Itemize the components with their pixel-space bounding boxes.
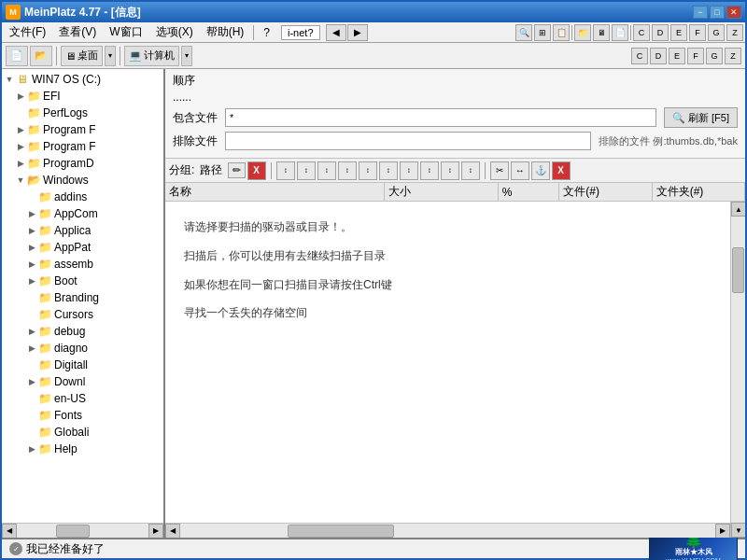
col-name[interactable]: 名称 bbox=[165, 183, 385, 201]
drive-g[interactable]: G bbox=[706, 48, 723, 64]
tree-item-digitall[interactable]: 📁 Digitall bbox=[4, 357, 162, 373]
tool-icon-8[interactable]: D bbox=[652, 24, 669, 41]
drive-d[interactable]: D bbox=[650, 48, 667, 64]
inet-input[interactable]: i-net? bbox=[281, 25, 320, 40]
right-scroll-track[interactable] bbox=[180, 524, 715, 539]
scan-icon-6[interactable]: ↕ bbox=[379, 161, 398, 180]
col-files[interactable]: 文件(#) bbox=[559, 183, 652, 201]
win-label: Windows bbox=[43, 174, 89, 187]
tool-icon-3[interactable]: 📋 bbox=[553, 24, 570, 41]
tree-item-applica[interactable]: ▶ 📁 Applica bbox=[4, 222, 162, 239]
menu-file[interactable]: 文件(F) bbox=[4, 22, 51, 42]
col-pct[interactable]: % bbox=[499, 183, 559, 201]
right-scroll-left[interactable]: ◀ bbox=[165, 524, 180, 539]
diagno-arrow: ▶ bbox=[26, 343, 37, 353]
desktop-btn[interactable]: 🖥 桌面 bbox=[61, 46, 103, 66]
tree-scroll-track[interactable] bbox=[17, 524, 148, 539]
computer-dropdown[interactable]: ▾ bbox=[181, 46, 192, 66]
scan-icon-x2[interactable]: X bbox=[552, 161, 571, 180]
menu-help[interactable]: 帮助(H) bbox=[201, 22, 250, 42]
tree-scroll-thumb[interactable] bbox=[56, 525, 89, 538]
tree-item-addins[interactable]: 📁 addins bbox=[4, 189, 162, 205]
tree-item-help[interactable]: ▶ 📁 Help bbox=[4, 441, 162, 457]
tool-icon-1[interactable]: 🔍 bbox=[515, 24, 532, 41]
tree-item-windows[interactable]: ▼ 📂 Windows bbox=[4, 172, 162, 189]
menu-view[interactable]: 查看(V) bbox=[53, 22, 102, 42]
tool-icon-6[interactable]: 📄 bbox=[612, 24, 628, 41]
tree-item-globali[interactable]: 📁 Globali bbox=[4, 424, 162, 441]
scan-icon-4[interactable]: ↕ bbox=[338, 161, 357, 180]
tree-item-perflogs[interactable]: 📁 PerfLogs bbox=[4, 105, 162, 121]
drive-e[interactable]: E bbox=[669, 48, 685, 64]
scan-icon-3[interactable]: ↕ bbox=[317, 161, 336, 180]
menu-window[interactable]: W窗口 bbox=[104, 22, 148, 42]
tree-item-programf1[interactable]: ▶ 📁 Program F bbox=[4, 121, 162, 138]
tool-icon-7[interactable]: C bbox=[633, 24, 650, 41]
tree-item-boot[interactable]: ▶ 📁 Boot bbox=[4, 273, 162, 289]
back-button[interactable]: ◀ bbox=[326, 24, 346, 41]
tool-icon-2[interactable]: ⊞ bbox=[534, 24, 551, 41]
desktop-dropdown[interactable]: ▾ bbox=[105, 46, 116, 66]
tree-item-diagno[interactable]: ▶ 📁 diagno bbox=[4, 340, 162, 357]
drive-z[interactable]: Z bbox=[725, 48, 741, 64]
tree-scroll-left[interactable]: ◀ bbox=[2, 524, 17, 539]
path-edit-btn[interactable]: ✏ bbox=[228, 162, 246, 178]
right-scroll-right[interactable]: ▶ bbox=[715, 524, 730, 539]
scan-icon-7[interactable]: ↕ bbox=[400, 161, 418, 180]
right-v-thumb[interactable] bbox=[732, 247, 744, 293]
tree-item-debug[interactable]: ▶ 📁 debug bbox=[4, 323, 162, 340]
drive-c[interactable]: C bbox=[631, 48, 648, 64]
tool-icon-10[interactable]: F bbox=[689, 24, 706, 41]
scan-icon-10[interactable]: ↕ bbox=[461, 161, 480, 180]
scan-icon-anchor[interactable]: ⚓ bbox=[531, 161, 550, 180]
scan-icon-5[interactable]: ↕ bbox=[359, 161, 377, 180]
new-btn[interactable]: 📄 bbox=[6, 46, 28, 66]
tree-item-enus[interactable]: 📁 en-US bbox=[4, 390, 162, 407]
maximize-button[interactable]: □ bbox=[710, 6, 725, 19]
tree-item-downl[interactable]: ▶ 📁 Downl bbox=[4, 373, 162, 390]
tree-item-efi[interactable]: ▶ 📁 EFI bbox=[4, 88, 162, 105]
menu-question[interactable]: ? bbox=[258, 24, 275, 41]
right-scroll-up[interactable]: ▲ bbox=[731, 202, 745, 217]
close-button[interactable]: ✕ bbox=[726, 6, 741, 19]
col-folders[interactable]: 文件夹(#) bbox=[653, 183, 745, 201]
tool-icon-11[interactable]: G bbox=[708, 24, 725, 41]
tree-item-assemb[interactable]: ▶ 📁 assemb bbox=[4, 256, 162, 273]
scan-icon-1[interactable]: ↕ bbox=[276, 161, 295, 180]
tree-h-scrollbar[interactable]: ◀ ▶ bbox=[2, 523, 163, 538]
scan-icon-cut[interactable]: ✂ bbox=[490, 161, 509, 180]
menu-options[interactable]: 选项(X) bbox=[150, 22, 199, 42]
computer-btn[interactable]: 💻 计算机 bbox=[124, 46, 179, 66]
tree-item-fonts[interactable]: 📁 Fonts bbox=[4, 407, 162, 424]
include-input[interactable] bbox=[225, 108, 656, 127]
right-v-track[interactable] bbox=[731, 217, 745, 523]
right-h-scrollbar[interactable]: ◀ ▶ bbox=[165, 523, 730, 538]
scan-icon-2[interactable]: ↕ bbox=[297, 161, 316, 180]
scan-icon-8[interactable]: ↕ bbox=[420, 161, 439, 180]
tool-icon-4[interactable]: 📁 bbox=[574, 24, 591, 41]
tree-item-cursors[interactable]: 📁 Cursors bbox=[4, 306, 162, 323]
tree-item-appcom[interactable]: ▶ 📁 AppCom bbox=[4, 205, 162, 222]
tool-icon-12[interactable]: Z bbox=[726, 24, 743, 41]
tree-item-programf2[interactable]: ▶ 📁 Program F bbox=[4, 138, 162, 155]
tool-icon-9[interactable]: E bbox=[670, 24, 687, 41]
forward-button[interactable]: ▶ bbox=[347, 24, 368, 41]
tree-item-apppat[interactable]: ▶ 📁 AppPat bbox=[4, 239, 162, 256]
scan-icon-link[interactable]: ↔ bbox=[511, 161, 529, 180]
tree-item-programd[interactable]: ▶ 📁 ProgramD bbox=[4, 155, 162, 172]
open-btn[interactable]: 📂 bbox=[30, 46, 52, 66]
col-size[interactable]: 大小 bbox=[385, 183, 499, 201]
exclude-input[interactable] bbox=[225, 132, 591, 150]
cancel-btn[interactable]: X bbox=[247, 161, 266, 180]
right-scroll-down[interactable]: ▼ bbox=[731, 523, 745, 538]
right-scroll-thumb[interactable] bbox=[288, 525, 395, 538]
tree-item-branding[interactable]: 📁 Branding bbox=[4, 289, 162, 306]
minimize-button[interactable]: − bbox=[693, 6, 708, 19]
tool-icon-5[interactable]: 🖥 bbox=[593, 24, 610, 41]
scan-icon-9[interactable]: ↕ bbox=[441, 161, 459, 180]
refresh-button[interactable]: 🔍 刷新 [F5] bbox=[664, 107, 738, 128]
drive-f[interactable]: F bbox=[687, 48, 704, 64]
right-v-scrollbar[interactable]: ▲ ▼ bbox=[730, 202, 745, 538]
tree-scroll-right[interactable]: ▶ bbox=[148, 524, 163, 539]
tree-item-root[interactable]: ▼ 🖥 WIN7 OS (C:) bbox=[4, 71, 162, 88]
